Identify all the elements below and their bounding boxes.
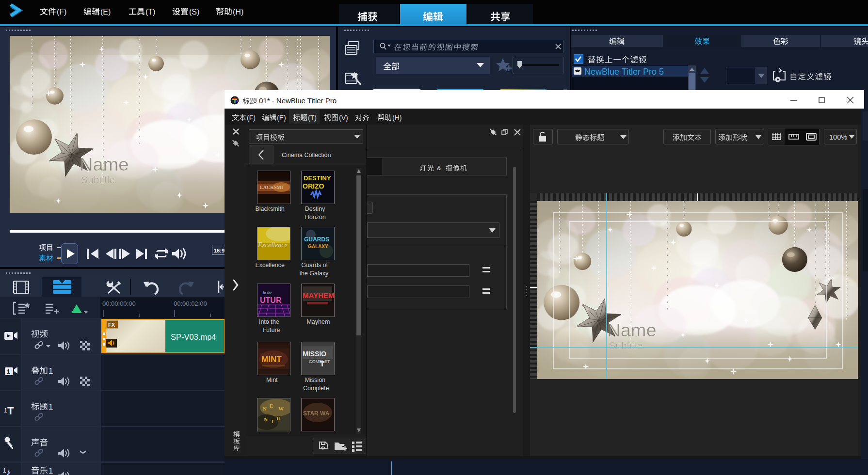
svg-text:COMPLET: COMPLET — [309, 359, 330, 364]
svg-text:N: N — [263, 406, 267, 412]
svg-text:UTUR: UTUR — [260, 296, 282, 304]
svg-text:MISSIO: MISSIO — [303, 350, 326, 358]
svg-text:T: T — [271, 418, 274, 424]
svg-text:N: N — [264, 416, 268, 422]
svg-text:DESTINY: DESTINY — [304, 174, 331, 182]
svg-text:MINT: MINT — [261, 355, 282, 364]
svg-text:GUARDS: GUARDS — [304, 236, 329, 243]
svg-text:GALAXY: GALAXY — [308, 244, 328, 249]
svg-text:MAYHEM: MAYHEM — [303, 291, 334, 300]
svg-text:E: E — [270, 403, 273, 409]
svg-text:In the: In the — [262, 291, 272, 295]
svg-text:U: U — [276, 415, 280, 421]
svg-text:ORIZO: ORIZO — [303, 182, 324, 190]
svg-text:W: W — [278, 406, 284, 412]
